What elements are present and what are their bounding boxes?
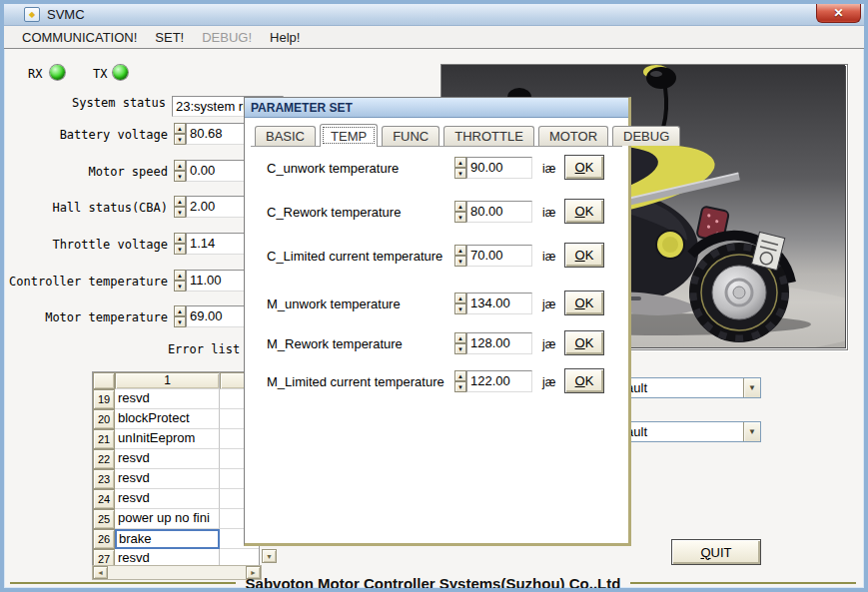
rx-led-icon xyxy=(50,65,65,80)
spinner-up-icon[interactable]: ▲ xyxy=(174,196,186,207)
spinner-down-icon[interactable]: ▼ xyxy=(454,303,466,314)
spinner-down-icon[interactable]: ▼ xyxy=(174,134,186,145)
tab-basic[interactable]: BASIC xyxy=(255,126,316,146)
spinner-up-icon[interactable]: ▲ xyxy=(454,201,466,212)
spinner-up-icon[interactable]: ▲ xyxy=(454,332,466,343)
table-row[interactable]: 20blockProtect xyxy=(93,409,259,429)
error-cell[interactable]: resvd xyxy=(115,489,220,509)
row-number[interactable]: 23 xyxy=(93,469,115,489)
table-row[interactable]: 19resvd xyxy=(93,389,259,409)
app-window: ◆ SVMC ✕ COMMUNICATION! SET! DEBUG! Help… xyxy=(0,0,868,592)
param-spinner[interactable]: ▲▼ xyxy=(454,293,466,314)
param-value-input[interactable]: 128.00 xyxy=(466,332,532,354)
row-number[interactable]: 19 xyxy=(93,389,115,409)
ok-button[interactable]: OK xyxy=(564,155,604,180)
ok-label-rest: K xyxy=(585,160,594,175)
tab-motor[interactable]: MOTOR xyxy=(538,126,608,146)
spinner-down-icon[interactable]: ▼ xyxy=(454,256,466,267)
close-icon[interactable]: ✕ xyxy=(816,4,861,23)
menu-help[interactable]: Help! xyxy=(261,28,309,47)
spinner-up-icon[interactable]: ▲ xyxy=(174,270,186,281)
error-cell[interactable]: blockProtect xyxy=(115,409,220,429)
param-value-input[interactable]: 134.00 xyxy=(466,293,532,314)
tab-throttle[interactable]: THROTTLE xyxy=(443,126,534,146)
menu-set[interactable]: SET! xyxy=(146,28,193,47)
row-number[interactable]: 26 xyxy=(93,529,115,549)
title-bar[interactable]: ◆ SVMC ✕ xyxy=(4,4,864,26)
param-spinner[interactable]: ▲▼ xyxy=(454,332,466,354)
tab-debug[interactable]: DEBUG xyxy=(612,126,680,146)
param-row: C_Rework temperature ▲▼ 80.00 iæ OK xyxy=(245,201,628,227)
param-label: C_Rework temperature xyxy=(267,205,401,220)
spinner-down-icon[interactable]: ▼ xyxy=(174,281,186,292)
spinner-down-icon[interactable]: ▼ xyxy=(454,381,466,392)
param-value-input[interactable]: 122.00 xyxy=(466,370,532,392)
spinner-down-icon[interactable]: ▼ xyxy=(454,168,466,179)
spinner-down-icon[interactable]: ▼ xyxy=(454,343,466,354)
table-row[interactable]: 21unInitEeprom xyxy=(93,429,259,449)
param-value-input[interactable]: 70.00 xyxy=(466,245,532,267)
error-cell[interactable]: resvd xyxy=(115,389,220,409)
menu-communication[interactable]: COMMUNICATION! xyxy=(13,28,146,47)
param-row: M_Limited current temperature ▲▼ 122.00 … xyxy=(245,370,628,396)
row-number[interactable]: 22 xyxy=(93,449,115,469)
error-list-table: 1 19resvd 20blockProtect 21unInitEeprom … xyxy=(92,371,260,570)
table-row[interactable]: 24resvd xyxy=(93,489,259,509)
motor-speed-spinner[interactable]: ▲▼ xyxy=(174,160,186,182)
row-number[interactable]: 25 xyxy=(93,509,115,529)
spinner-down-icon[interactable]: ▼ xyxy=(174,244,186,255)
param-value-input[interactable]: 90.00 xyxy=(466,157,532,179)
quit-button[interactable]: QUIT xyxy=(671,539,761,565)
parameter-set-dialog: PARAMETER SET BASIC TEMP FUNC THROTTLE M… xyxy=(244,97,631,546)
table-row[interactable]: 23resvd xyxy=(93,469,259,489)
param-spinner[interactable]: ▲▼ xyxy=(454,157,466,179)
spinner-up-icon[interactable]: ▲ xyxy=(454,370,466,381)
chevron-down-icon[interactable]: ▼ xyxy=(743,422,760,441)
dialog-title-bar[interactable]: PARAMETER SET xyxy=(245,98,628,118)
error-cell[interactable]: resvd xyxy=(115,469,220,489)
param-value-input[interactable]: 80.00 xyxy=(466,201,532,223)
chevron-down-icon[interactable]: ▼ xyxy=(743,378,760,397)
spinner-up-icon[interactable]: ▲ xyxy=(174,123,186,134)
ok-button[interactable]: OK xyxy=(564,243,604,268)
row-number[interactable]: 21 xyxy=(93,429,115,449)
spinner-up-icon[interactable]: ▲ xyxy=(174,305,186,316)
ok-button[interactable]: OK xyxy=(564,330,604,355)
tx-label: TX xyxy=(93,67,107,81)
table-row[interactable]: 25power up no fini xyxy=(93,509,259,529)
error-cell[interactable]: power up no fini xyxy=(115,509,220,529)
corner-header-cell[interactable] xyxy=(93,372,115,389)
spinner-down-icon[interactable]: ▼ xyxy=(174,171,186,182)
table-row-selected[interactable]: 26brake xyxy=(93,529,259,549)
param-spinner[interactable]: ▲▼ xyxy=(454,201,466,223)
ok-button[interactable]: OK xyxy=(564,291,604,315)
throttle-voltage-spinner[interactable]: ▲▼ xyxy=(174,233,186,255)
tab-temp[interactable]: TEMP xyxy=(320,124,378,147)
ok-button[interactable]: OK xyxy=(564,368,604,393)
error-cell-selected[interactable]: brake xyxy=(115,529,220,549)
param-row: C_unwork temperature ▲▼ 90.00 iæ OK xyxy=(245,157,628,183)
hall-status-spinner[interactable]: ▲▼ xyxy=(174,196,186,218)
spinner-up-icon[interactable]: ▲ xyxy=(454,157,466,168)
battery-voltage-spinner[interactable]: ▲▼ xyxy=(174,123,186,145)
ok-button[interactable]: OK xyxy=(564,199,604,224)
param-spinner[interactable]: ▲▼ xyxy=(454,245,466,267)
spinner-up-icon[interactable]: ▲ xyxy=(174,160,186,171)
column-header[interactable]: 1 xyxy=(115,372,220,389)
param-spinner[interactable]: ▲▼ xyxy=(454,370,466,392)
controller-temperature-spinner[interactable]: ▲▼ xyxy=(174,270,186,292)
motor-temperature-spinner[interactable]: ▲▼ xyxy=(174,305,186,327)
row-number[interactable]: 24 xyxy=(93,489,115,509)
row-number[interactable]: 20 xyxy=(93,409,115,429)
spinner-up-icon[interactable]: ▲ xyxy=(454,245,466,256)
table-row[interactable]: 22resvd xyxy=(93,449,259,469)
spinner-down-icon[interactable]: ▼ xyxy=(454,212,466,223)
spinner-up-icon[interactable]: ▲ xyxy=(454,293,466,303)
spinner-down-icon[interactable]: ▼ xyxy=(174,207,186,218)
spinner-up-icon[interactable]: ▲ xyxy=(174,233,186,244)
error-cell[interactable]: resvd xyxy=(115,449,220,469)
tab-func[interactable]: FUNC xyxy=(382,126,439,146)
error-cell[interactable]: unInitEeprom xyxy=(115,429,220,449)
scroll-down-icon[interactable]: ▼ xyxy=(262,549,277,563)
spinner-down-icon[interactable]: ▼ xyxy=(174,316,186,327)
